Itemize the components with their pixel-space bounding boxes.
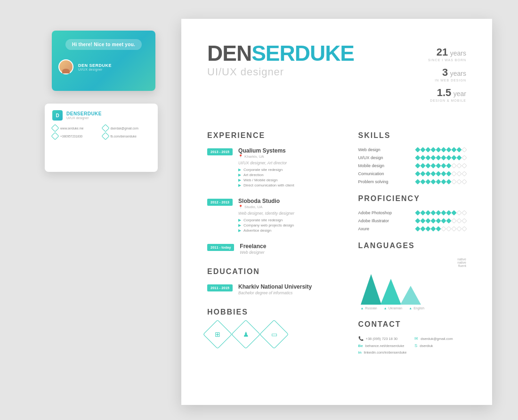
skill-name: Mobile design — [358, 163, 401, 168]
dot-filled — [430, 163, 436, 168]
dot-filled — [420, 218, 425, 223]
dot-empty — [461, 147, 467, 152]
education-title: EDUCATION — [207, 267, 340, 276]
dot-empty — [461, 179, 467, 184]
dot-filled — [420, 163, 425, 168]
hobby-design: ▭ — [259, 320, 289, 349]
dot-filled — [441, 218, 446, 223]
skill-row: Adobe Photoshop — [358, 210, 467, 215]
bar-russian-right — [371, 274, 381, 305]
proficiency-section: PROFICIENCY Adobe PhotoshopAdobe Illustr… — [358, 194, 467, 231]
dot-filled — [420, 226, 425, 231]
stat-webdesign-unit: years — [450, 70, 466, 77]
lang-labels: ▲ Russian ▲ Ukrainian ▲ English — [358, 307, 467, 310]
diamond-icon — [51, 124, 59, 132]
dot-empty — [461, 163, 467, 168]
lang-russian-bars — [361, 274, 381, 305]
dot-filled — [415, 210, 420, 215]
dot-filled — [425, 155, 430, 160]
dot-filled — [456, 147, 461, 152]
dot-filled — [436, 171, 441, 176]
bullet: ▶Advertice design — [238, 228, 294, 233]
hobby-chess: ♟ — [231, 320, 260, 349]
dot-empty — [461, 155, 467, 160]
experience-section: EXPERIENCE 2013 - 2015 Qualium Systems 📍… — [207, 131, 340, 257]
dot-filled — [446, 218, 451, 223]
bullet: ▶Direct comunication with client — [238, 183, 294, 187]
resume-body: EXPERIENCE 2013 - 2015 Qualium Systems 📍… — [207, 121, 466, 355]
card-bottom-name: DENSERDUKE — [66, 111, 102, 116]
pin-icon: 📍 — [238, 205, 243, 209]
dot-filled — [415, 163, 420, 168]
scene: Hi there! Nice to meet you. DEN SERDUKE … — [0, 0, 518, 420]
resume-stats: 21 years SINCE I WAS BORN 3 years IN WEB… — [428, 42, 466, 107]
pin-icon: 📍 — [238, 154, 243, 159]
dot-filled — [420, 147, 425, 152]
stat-mobile-number: 1.5 — [437, 87, 452, 98]
dot-filled — [446, 147, 451, 152]
hobby-fitness: ⊞ — [203, 320, 232, 349]
skill-name: Problem solving — [358, 179, 401, 184]
edu-degree-1: Bachelor degree of informatics — [238, 291, 312, 295]
hobbies-section: HOBBIES ⊞ ♟ ▭ — [207, 308, 340, 345]
skills-section: SKILLS Web designUI/UX designMobile desi… — [358, 131, 467, 184]
dot-filled — [441, 163, 446, 168]
dot-empty — [451, 163, 456, 168]
dot-empty — [456, 171, 461, 176]
contact-phone: 📞 +38 (095) 723 18 30 — [358, 336, 410, 341]
skill-name: UI/UX design — [358, 155, 401, 160]
dot-filled — [451, 155, 456, 160]
exp-content-2: Sloboda Studio 📍 Studio, UA Web designer… — [238, 198, 294, 234]
diamond-icon — [51, 132, 59, 140]
exp-bullets-1: ▶Corporate site redesign ▶Art direction … — [238, 168, 294, 187]
dot-empty — [451, 218, 456, 223]
dot-filled — [436, 226, 441, 231]
phone-icon: 📞 — [358, 336, 364, 341]
dot-filled — [415, 171, 420, 176]
bar-english-left — [400, 286, 411, 305]
name-block: DENSERDUKE UI/UX designer — [207, 42, 354, 78]
dot-empty — [451, 171, 456, 176]
dot-filled — [436, 155, 441, 160]
col-left: EXPERIENCE 2013 - 2015 Qualium Systems 📍… — [207, 121, 340, 355]
contact-phone: +380957231830 — [52, 133, 100, 139]
skill-row: Web design — [358, 147, 467, 152]
skill-dots — [416, 164, 466, 168]
dot-filled — [415, 147, 420, 152]
skill-name: Axure — [358, 226, 401, 231]
arrow-icon: ▶ — [238, 228, 241, 233]
stat-webdesign: 3 years IN WEB DESIGN — [428, 66, 466, 82]
dot-filled — [415, 179, 420, 184]
dot-empty — [456, 218, 461, 223]
edu-school-1: Kharkiv National University — [238, 283, 312, 290]
contact-skype: S dserdiuk — [414, 343, 466, 348]
proficiency-title: PROFICIENCY — [358, 194, 467, 203]
dot-filled — [441, 210, 446, 215]
skill-dots — [416, 148, 466, 152]
skills-list: Web designUI/UX designMobile designComun… — [358, 147, 467, 184]
dot-filled — [425, 147, 430, 152]
dot-filled — [441, 155, 446, 160]
dot-filled — [425, 210, 430, 215]
dot-empty — [461, 210, 467, 215]
skill-name: Web design — [358, 147, 401, 152]
contact-facebook: fb.com/denserduke — [103, 133, 151, 139]
edu-badge-1: 2011 - 2015 — [207, 284, 233, 291]
hobbies-title: HOBBIES — [207, 308, 340, 316]
exp-item-1: 2013 - 2015 Qualium Systems 📍 Kharkiv, U… — [207, 147, 340, 188]
stat-webdesign-number: 3 — [442, 66, 448, 78]
dot-empty — [456, 179, 461, 184]
exp-badge-3: 2011 - today — [207, 244, 234, 251]
dot-empty — [446, 226, 451, 231]
skill-name: Adobe Illustrator — [358, 218, 401, 223]
dot-empty — [461, 218, 467, 223]
dot-filled — [425, 163, 430, 168]
contact-email: ✉ dserduk@gmail.com — [414, 336, 466, 341]
dot-filled — [430, 171, 436, 176]
linkedin-icon: in — [358, 350, 362, 355]
name-serduke: SERDUKE — [251, 42, 354, 64]
lang-legend-2: native — [457, 261, 466, 264]
exp-location-1: 📍 Kharkiv, UA — [238, 154, 294, 159]
dot-filled — [430, 226, 436, 231]
resume: DENSERDUKE UI/UX designer 21 years SINCE… — [181, 19, 492, 405]
